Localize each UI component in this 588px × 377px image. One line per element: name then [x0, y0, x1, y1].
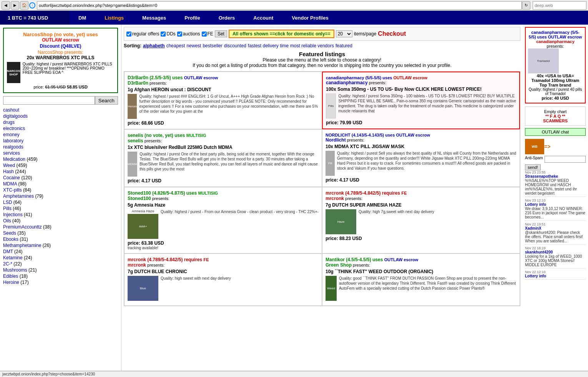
- product-title[interactable]: 10g ``THINK FAST'' WEED OUTDOOR (ORGANIC…: [326, 269, 517, 274]
- sidebar-link-injections[interactable]: Injections (41): [3, 212, 118, 218]
- chat-username[interactable]: Lottery info: [525, 202, 546, 207]
- chat-username[interactable]: XadminX: [525, 226, 541, 230]
- vendor-rating[interactable]: senelis (no vote, yet) uses MULTISIG: [128, 133, 319, 138]
- antispam-input[interactable]: [545, 156, 586, 163]
- sidebar-link-methamphetamine[interactable]: Methamphetamine (26): [3, 242, 118, 249]
- filter-regular[interactable]: regular offers: [126, 31, 159, 37]
- product-title[interactable]: 100x Soma 350mg - US TO US- Buy Now CLIC…: [326, 87, 516, 92]
- product-title[interactable]: 10x MDMA XTC PILL JIGSAW MASK: [326, 144, 517, 149]
- search-input[interactable]: [3, 96, 95, 105]
- vendor-rating[interactable]: canadianpharmacy (5/5-5/5) uses OUTLAW e…: [326, 75, 516, 80]
- sort-discounted[interactable]: discounted: [224, 43, 246, 48]
- sidebar-link-xtcpills[interactable]: XTC-pills (84): [3, 187, 118, 193]
- product-title[interactable]: 7g DUTCH BLUE CHRONIC: [128, 269, 319, 274]
- vendor-rating[interactable]: NORDLICHT (4.143/5-4.143/5) uses OUTLAW …: [326, 133, 517, 137]
- product-title[interactable]: 5g Amnesia Haze: [128, 202, 319, 208]
- sidebar-link-electronics[interactable]: electronics: [3, 125, 118, 132]
- product-image: Heroin: [128, 94, 137, 119]
- sidebar-link-cocaine[interactable]: Cocaine (120): [3, 175, 118, 181]
- listing-body: Amnesia Haze AAA+ Quality: highest / pur…: [128, 209, 319, 239]
- sidebar-link-realgoods[interactable]: realgoods: [3, 144, 118, 150]
- sidebar-link-premiumaccountz[interactable]: PremiumAccounttz (38): [3, 224, 118, 230]
- sidebar-link-services[interactable]: services: [3, 150, 118, 156]
- wb-arrow: =>: [544, 143, 550, 150]
- sidebar-link-lsd[interactable]: LSD (64): [3, 199, 118, 205]
- vendor-rating[interactable]: Stoned100 (4.826/5-4.87/5) uses MULTISIG: [128, 190, 319, 196]
- filter-bar: regular offers DDs auctions FE Set All o…: [124, 27, 520, 41]
- sidebar-link-amphetamines[interactable]: Amphetamines (79): [3, 193, 118, 199]
- sidebar-featured: NarcosShop (no vote, yet) uses OUTLAW es…: [3, 28, 118, 93]
- right-product-title[interactable]: 40x =USA to USA= Tramadol 100mg Ultram T…: [528, 73, 583, 87]
- vendor-rating[interactable]: mrcronk (4.789/5-4.842/5) requires FE: [128, 257, 319, 262]
- sidebar-link-seeds[interactable]: Seeds (35): [3, 230, 118, 236]
- sidebar-shop-name: NarcosShop (no vote, yet) uses OUTLAW es…: [7, 32, 114, 43]
- sidebar-link-mdma[interactable]: MDMA (98): [3, 181, 118, 187]
- sort-bestseller[interactable]: bestseller: [203, 43, 222, 48]
- sort-fastest[interactable]: fastest delivery time: [248, 43, 289, 48]
- reload-icon[interactable]: ↻: [522, 1, 530, 10]
- back-icon[interactable]: ◀: [2, 1, 10, 10]
- sort-featured[interactable]: featured: [336, 43, 352, 48]
- domestic-button[interactable]: All offers shown ==click for domestic on…: [229, 30, 334, 38]
- product-description: Quality: highest / purest ### ENGLISH: 1…: [139, 94, 319, 119]
- nav-account[interactable]: Account: [244, 11, 282, 25]
- sidebar-link-heroine[interactable]: Heroine (17): [3, 279, 118, 285]
- sort-reliable[interactable]: most reliable vendors: [290, 43, 334, 48]
- browser-search[interactable]: [533, 1, 586, 10]
- vendor-rating[interactable]: D3rBar0n (2.5/5-3/5) uses OUTLAW escrow: [128, 75, 319, 80]
- search-button[interactable]: Search: [95, 96, 118, 105]
- sidebar-link-pills[interactable]: Pills (46): [3, 205, 118, 212]
- nav-messages[interactable]: Messages: [133, 11, 175, 25]
- nav-orders[interactable]: Orders: [209, 11, 244, 25]
- chat-username[interactable]: Strassenapotheke: [525, 174, 558, 178]
- chat-timestamp: Nov 22 12:10: [525, 270, 586, 274]
- sidebar-link-drugs[interactable]: drugs: [3, 119, 118, 125]
- sidebar-link-laboratory[interactable]: laboratory: [3, 138, 118, 144]
- right-presents: presents:: [528, 44, 583, 48]
- vendor-rating[interactable]: mrcronk (4.789/5-4.842/5) requires FE: [326, 190, 517, 196]
- sidebar-link-dmt[interactable]: DMT (24): [3, 249, 118, 255]
- filter-auctions[interactable]: auctions: [177, 31, 200, 37]
- sidebar-link-2c[interactable]: 2C-* (22): [3, 261, 118, 267]
- sort-cheapest[interactable]: cheapest: [166, 43, 185, 48]
- right-vendor-rating[interactable]: canadianpharmacy (5/5-5/5) uses OUTLAW e…: [528, 30, 583, 39]
- filter-fe[interactable]: FE: [202, 31, 213, 37]
- chat-username[interactable]: Lottery info: [525, 274, 546, 278]
- sidebar-link-cashout[interactable]: cashout: [3, 107, 118, 113]
- vendor-rating[interactable]: Mantikor (4.5/5-4.5/5) uses OUTLAW escro…: [326, 257, 517, 262]
- main-wrapper: NarcosShop (no vote, yet) uses OUTLAW es…: [0, 25, 588, 371]
- sidebar-link-mushrooms[interactable]: Mushrooms (21): [3, 267, 118, 273]
- product-image: Pill: [326, 151, 335, 176]
- sidebar-link-oils[interactable]: Oils (40): [3, 218, 118, 224]
- right-vendor-name[interactable]: canadianpharmacy: [528, 39, 583, 44]
- checkout-button[interactable]: Checkout: [378, 30, 406, 37]
- sidebar-link-ketamine[interactable]: Ketamine (24): [3, 255, 118, 261]
- sidebar-link-medication[interactable]: Medication (459): [3, 156, 118, 162]
- home-icon[interactable]: 🏠: [20, 1, 28, 10]
- sidebar-link-digitalgoods[interactable]: digitalgoods: [3, 113, 118, 119]
- product-title[interactable]: 7g DUTCH SUPER AMNESIA HAZE: [326, 202, 517, 208]
- nav-dm[interactable]: DM: [69, 11, 95, 25]
- items-per-page[interactable]: 20 50 100: [336, 30, 352, 37]
- filter-dds[interactable]: DDs: [161, 31, 175, 37]
- nav-profile[interactable]: Profile: [175, 11, 209, 25]
- nav-listings[interactable]: Listings: [95, 11, 133, 25]
- product-title[interactable]: 1g Afghan HEROIN uncut : DISCOUNT: [128, 87, 319, 92]
- sort-alphabeth[interactable]: alphabeth: [143, 43, 165, 48]
- sidebar-link-edibles[interactable]: Edibles (18): [3, 273, 118, 279]
- sort-newest[interactable]: newest: [186, 43, 201, 48]
- product-title[interactable]: 1x XTC blue/silver RedBull 225MG Dutch M…: [128, 145, 319, 150]
- chat-username[interactable]: skankhunt4200: [525, 250, 553, 254]
- sidebar-link-hash[interactable]: Hash (244): [3, 168, 118, 175]
- set-button[interactable]: Set: [215, 30, 227, 37]
- vendor-presents: Green Shop presents:: [326, 262, 517, 268]
- forward-icon[interactable]: ▶: [11, 1, 19, 10]
- nav-vendor-profiles[interactable]: Vendor Profiles: [282, 11, 337, 25]
- sidebar-link-weed[interactable]: Weed (459): [3, 162, 118, 168]
- send-button[interactable]: send!: [525, 164, 541, 170]
- chat-message: Nov 22 19:51 XadminX @skankhunt4200: Ple…: [525, 222, 586, 245]
- url-bar[interactable]: [37, 1, 522, 10]
- sidebar-link-emoney[interactable]: emoney: [3, 132, 118, 138]
- sidebar-link-ebooks[interactable]: Ebooks (31): [3, 236, 118, 242]
- outlaw-chat-button[interactable]: OUTLAW chat: [525, 128, 586, 136]
